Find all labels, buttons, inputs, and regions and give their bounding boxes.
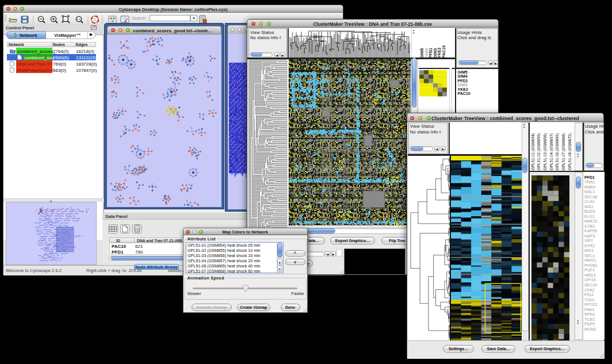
svg-text:1:1: 1:1	[77, 18, 81, 21]
